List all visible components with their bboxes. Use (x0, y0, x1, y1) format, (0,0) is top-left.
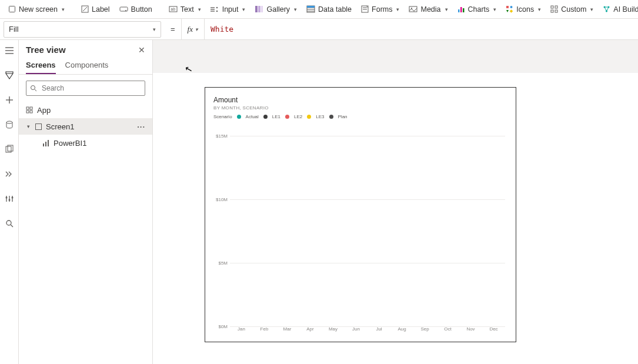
chevron-down-icon[interactable]: ▾ (27, 123, 30, 129)
left-rail (0, 40, 19, 364)
property-name: Fill (9, 25, 19, 34)
icons-button[interactable]: Icons ▾ (502, 4, 545, 15)
tree-node-app[interactable]: App (19, 102, 152, 118)
input-icon (211, 5, 219, 13)
search-input[interactable] (41, 84, 141, 93)
data-rail-button[interactable] (2, 118, 16, 132)
tree-header: Tree view ✕ (19, 40, 152, 57)
chart-icon (42, 139, 50, 147)
y-tick-label: $5M (218, 260, 228, 265)
legend-swatch (237, 115, 241, 119)
x-tick-label: Apr (299, 326, 322, 337)
insert-rail-button[interactable] (2, 93, 16, 107)
media-label: Media (420, 5, 440, 14)
search-input-wrapper[interactable] (26, 81, 145, 96)
data-table-icon (306, 5, 315, 13)
icons-icon (506, 5, 513, 13)
legend-title: Scenario (213, 114, 232, 119)
x-tick-label: Feb (253, 326, 276, 337)
legend-swatch (263, 115, 268, 119)
data-table-label: Data table (318, 5, 352, 14)
svg-line-41 (607, 7, 609, 11)
equals-sign: = (165, 25, 181, 34)
tree-search (26, 81, 145, 96)
formula-input[interactable] (204, 19, 638, 39)
media-button[interactable]: Media ▾ (405, 4, 451, 15)
gallery-label: Gallery (266, 5, 290, 14)
chevron-down-icon: ▾ (396, 6, 399, 12)
screen-surface[interactable]: Amount BY MONTH, SCENARIO ScenarioActual… (153, 73, 638, 364)
y-tick-label: $10M (216, 196, 228, 202)
settings-rail-button[interactable] (2, 192, 16, 206)
svg-rect-64 (36, 123, 42, 129)
ai-builder-button[interactable]: AI Builder ▾ (599, 4, 638, 15)
charts-button[interactable]: Charts ▾ (454, 4, 500, 15)
svg-rect-61 (30, 107, 32, 109)
svg-rect-25 (458, 9, 460, 12)
svg-rect-31 (510, 9, 513, 13)
media-rail-button[interactable] (2, 142, 16, 156)
svg-point-58 (31, 86, 35, 90)
tree-node-powerbi1[interactable]: PowerBI1 (19, 135, 152, 151)
search-icon (30, 85, 37, 92)
gallery-button[interactable]: Gallery ▾ (251, 4, 300, 15)
svg-point-4 (125, 10, 126, 11)
label-button[interactable]: Label (78, 4, 113, 15)
text-button[interactable]: ab Text ▾ (165, 4, 205, 15)
svg-rect-28 (506, 6, 509, 8)
svg-rect-0 (9, 6, 15, 12)
tree-node-label: Screen1 (46, 122, 74, 131)
plot-area (230, 123, 505, 337)
chart-subtitle: BY MONTH, SCENARIO (213, 105, 507, 111)
svg-rect-34 (551, 10, 553, 12)
search-rail-button[interactable] (2, 216, 16, 231)
button-button[interactable]: Button (116, 4, 156, 15)
flow-rail-button[interactable] (2, 167, 16, 181)
more-button[interactable]: ··· (137, 122, 145, 131)
custom-label: Custom (561, 5, 586, 14)
chevron-down-icon: ▾ (445, 6, 448, 12)
tree-title: Tree view (26, 45, 66, 55)
chart-plot: $0M$5M$10M$15M JanFebMarAprMayJunJulAugS… (213, 123, 507, 337)
property-selector[interactable]: Fill ▾ (4, 21, 161, 38)
input-label: Input (222, 5, 239, 14)
button-icon (119, 5, 128, 13)
tree-list: App ▾ Screen1 ··· PowerBI1 (19, 102, 152, 364)
svg-rect-33 (555, 6, 557, 8)
legend-swatch (329, 115, 333, 119)
svg-rect-27 (463, 8, 465, 12)
chevron-down-icon: ▾ (493, 6, 496, 12)
canvas[interactable]: ↖ Amount BY MONTH, SCENARIO ScenarioActu… (153, 40, 638, 364)
forms-button[interactable]: Forms ▾ (358, 4, 403, 15)
fx-button[interactable]: fx ▾ (181, 19, 204, 39)
legend-item-label: LE2 (294, 114, 302, 119)
svg-point-11 (216, 11, 217, 12)
svg-rect-26 (460, 7, 462, 12)
y-axis: $0M$5M$10M$15M (213, 123, 230, 326)
legend-item-label: LE1 (272, 114, 280, 119)
tab-screens[interactable]: Screens (26, 57, 56, 74)
data-table-button[interactable]: Data table (303, 4, 355, 15)
x-tick-label: May (322, 326, 345, 337)
custom-icon (550, 5, 558, 13)
svg-point-55 (11, 197, 13, 199)
custom-button[interactable]: Custom ▾ (547, 4, 597, 15)
new-screen-button[interactable]: New screen ▾ (5, 4, 68, 15)
tab-components[interactable]: Components (65, 57, 109, 74)
media-icon (409, 5, 417, 13)
tree-tabs: Screens Components (19, 57, 152, 75)
svg-rect-19 (307, 6, 315, 8)
close-icon[interactable]: ✕ (138, 45, 145, 55)
svg-point-56 (6, 221, 11, 225)
svg-marker-30 (506, 10, 509, 12)
powerbi-visual[interactable]: Amount BY MONTH, SCENARIO ScenarioActual… (205, 87, 516, 342)
svg-rect-67 (48, 140, 49, 146)
tree-node-screen1[interactable]: ▾ Screen1 ··· (19, 118, 152, 135)
hamburger-button[interactable] (2, 44, 16, 58)
ai-builder-icon (603, 5, 610, 13)
svg-rect-65 (43, 143, 44, 146)
x-tick-label: Mar (276, 326, 299, 337)
input-button[interactable]: Input ▾ (207, 4, 249, 15)
tree-view-rail-button[interactable] (2, 68, 16, 82)
chevron-down-icon: ▾ (590, 6, 593, 12)
